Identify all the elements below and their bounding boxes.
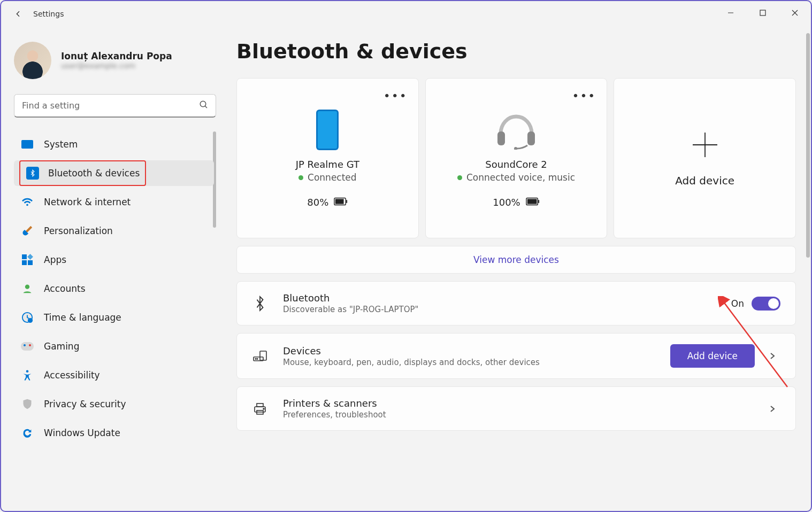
nav-time-language[interactable]: Time & language xyxy=(14,305,214,330)
svg-point-1 xyxy=(200,101,206,107)
add-device-label: Add device xyxy=(675,174,734,187)
svg-point-21 xyxy=(257,359,258,360)
nav-label: Time & language xyxy=(44,312,121,323)
nav-personalization[interactable]: Personalization xyxy=(14,218,214,244)
profile-block[interactable]: Ionuț Alexandru Popa user@example.com xyxy=(14,42,216,79)
chevron-right-icon[interactable] xyxy=(764,405,780,413)
search-input[interactable] xyxy=(14,94,216,118)
titlebar: Settings xyxy=(1,1,811,27)
nav-label: Accessibility xyxy=(44,370,100,381)
row-title: Printers & scanners xyxy=(283,398,764,409)
svg-rect-17 xyxy=(527,199,537,204)
nav-bluetooth-devices[interactable]: Bluetooth & devices xyxy=(14,160,214,186)
svg-rect-12 xyxy=(497,131,505,145)
minimize-button[interactable] xyxy=(715,1,747,25)
accessibility-icon xyxy=(20,368,34,382)
nav-network[interactable]: Network & internet xyxy=(14,189,214,215)
profile-name: Ionuț Alexandru Popa xyxy=(61,51,172,61)
svg-point-6 xyxy=(26,370,29,373)
row-subtitle: Mouse, keyboard, pen, audio, displays an… xyxy=(283,358,670,367)
device-battery: 100% xyxy=(493,197,539,208)
device-cards-row: ••• JP Realme GT Connected 80% ••• Sound… xyxy=(236,78,796,238)
svg-rect-23 xyxy=(257,404,263,407)
row-title: Bluetooth xyxy=(283,292,731,304)
svg-point-14 xyxy=(514,147,517,150)
device-name: JP Realme GT xyxy=(296,159,359,170)
plus-icon xyxy=(690,129,721,160)
svg-rect-8 xyxy=(318,111,337,149)
device-card-phone[interactable]: ••• JP Realme GT Connected 80% xyxy=(236,78,419,238)
row-subtitle: Discoverable as "JP-ROG-LAPTOP" xyxy=(283,305,731,314)
headphones-icon xyxy=(494,108,538,151)
svg-rect-16 xyxy=(538,200,539,203)
nav-label: Apps xyxy=(44,254,66,265)
nav-label: Privacy & security xyxy=(44,399,126,409)
phone-icon xyxy=(315,108,340,151)
svg-point-20 xyxy=(255,359,256,360)
device-card-headphones[interactable]: ••• SoundCore 2 Connected voice, music 1… xyxy=(425,78,608,238)
nav-apps[interactable]: Apps xyxy=(14,247,214,273)
row-title: Devices xyxy=(283,345,670,356)
nav-system[interactable]: System xyxy=(14,131,214,157)
printer-icon xyxy=(252,402,268,416)
search-icon xyxy=(199,100,209,112)
nav-gaming[interactable]: Gaming xyxy=(14,333,214,359)
row-subtitle: Preferences, troubleshoot xyxy=(283,410,764,420)
battery-icon xyxy=(526,197,540,208)
close-button[interactable] xyxy=(779,1,811,25)
gamepad-icon xyxy=(20,339,34,353)
nav-windows-update[interactable]: Windows Update xyxy=(14,420,214,446)
update-icon xyxy=(20,426,34,440)
wifi-icon xyxy=(20,195,34,209)
device-battery: 80% xyxy=(307,197,348,208)
svg-point-3 xyxy=(25,285,29,289)
nav-accessibility[interactable]: Accessibility xyxy=(14,362,214,388)
devices-icon xyxy=(252,350,268,362)
back-button[interactable] xyxy=(7,3,29,25)
nav-label: Personalization xyxy=(44,226,113,236)
system-icon xyxy=(20,137,34,151)
devices-row[interactable]: Devices Mouse, keyboard, pen, audio, dis… xyxy=(236,333,796,379)
shield-icon xyxy=(20,397,34,411)
account-icon xyxy=(20,282,34,296)
maximize-button[interactable] xyxy=(747,1,779,25)
bluetooth-toggle-row: Bluetooth Discoverable as "JP-ROG-LAPTOP… xyxy=(236,281,796,325)
sidebar: Ionuț Alexandru Popa user@example.com Sy… xyxy=(1,27,226,511)
svg-point-25 xyxy=(263,408,264,409)
more-icon[interactable]: ••• xyxy=(572,90,596,102)
profile-email: user@example.com xyxy=(61,61,172,70)
nav-label: Network & internet xyxy=(44,197,131,207)
battery-icon xyxy=(334,197,348,208)
window-controls xyxy=(715,1,811,25)
svg-rect-13 xyxy=(527,131,535,145)
more-icon[interactable]: ••• xyxy=(384,90,408,102)
nav-label: Bluetooth & devices xyxy=(48,168,140,179)
bluetooth-icon xyxy=(26,166,40,180)
apps-icon xyxy=(20,253,34,267)
nav-label: System xyxy=(44,139,78,150)
nav-privacy-security[interactable]: Privacy & security xyxy=(14,391,214,417)
add-device-card[interactable]: Add device xyxy=(614,78,796,238)
svg-rect-10 xyxy=(347,200,348,203)
nav-label: Gaming xyxy=(44,341,79,352)
add-device-button[interactable]: Add device xyxy=(670,344,755,368)
device-status: Connected xyxy=(298,172,357,183)
nav-accounts[interactable]: Accounts xyxy=(14,276,214,301)
view-more-devices-link[interactable]: View more devices xyxy=(236,246,796,274)
toggle-state-label: On xyxy=(731,298,744,309)
device-name: SoundCore 2 xyxy=(485,159,547,170)
status-dot-icon xyxy=(298,175,303,180)
bluetooth-toggle[interactable] xyxy=(752,297,780,311)
status-dot-icon xyxy=(457,175,462,180)
chevron-right-icon[interactable] xyxy=(764,352,780,360)
scrollbar-thumb[interactable] xyxy=(806,33,810,258)
printers-row[interactable]: Printers & scanners Preferences, trouble… xyxy=(236,386,796,431)
svg-point-5 xyxy=(28,318,33,323)
svg-point-2 xyxy=(26,204,28,206)
main-content: Bluetooth & devices ••• JP Realme GT Con… xyxy=(226,27,811,511)
clock-icon xyxy=(20,311,34,324)
nav-label: Windows Update xyxy=(44,428,120,438)
page-title: Bluetooth & devices xyxy=(236,40,796,63)
device-status: Connected voice, music xyxy=(457,172,575,183)
svg-rect-0 xyxy=(760,10,765,15)
